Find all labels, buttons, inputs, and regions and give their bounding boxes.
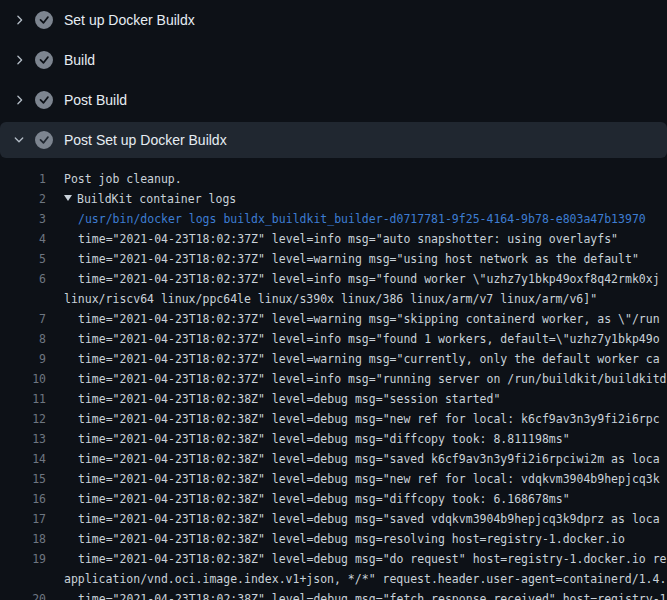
line-text: Post job cleanup. [46, 169, 182, 189]
line-text-content: time="2021-04-23T18:02:38Z" level=debug … [78, 592, 667, 600]
line-text-content: time="2021-04-23T18:02:37Z" level=info m… [78, 272, 660, 286]
line-number[interactable]: 14 [0, 449, 46, 469]
line-text: application/vnd.oci.image.index.v1+json,… [46, 569, 666, 589]
line-number[interactable]: 15 [0, 469, 46, 489]
line-number[interactable]: 12 [0, 409, 46, 429]
line-text-content: time="2021-04-23T18:02:38Z" level=debug … [78, 432, 570, 446]
line-text: time="2021-04-23T18:02:38Z" level=debug … [46, 469, 660, 489]
line-text: time="2021-04-23T18:02:38Z" level=debug … [46, 389, 500, 409]
check-circle-icon [35, 91, 53, 109]
line-number[interactable]: 8 [0, 329, 46, 349]
line-number[interactable]: 18 [0, 529, 46, 549]
actions-log-viewer: { "steps": [ { "label": "Set up Docker B… [0, 0, 667, 600]
line-text: time="2021-04-23T18:02:37Z" level=info m… [46, 229, 618, 249]
line-text-content: time="2021-04-23T18:02:37Z" level=warnin… [78, 312, 660, 326]
line-text: time="2021-04-23T18:02:38Z" level=debug … [46, 589, 667, 600]
line-text: /usr/bin/docker logs buildx_buildkit_bui… [46, 209, 646, 229]
log-line: 10 time="2021-04-23T18:02:37Z" level=inf… [0, 369, 667, 389]
line-text-content: application/vnd.oci.image.index.v1+json,… [64, 572, 666, 586]
log-area[interactable]: 1 Post job cleanup. 2 BuildKit container… [0, 169, 667, 600]
line-text-content: time="2021-04-23T18:02:37Z" level=info m… [78, 372, 667, 386]
line-number[interactable] [0, 569, 46, 589]
log-line: 9 time="2021-04-23T18:02:37Z" level=warn… [0, 349, 667, 369]
line-text-content: time="2021-04-23T18:02:38Z" level=debug … [78, 452, 660, 466]
log-line: 13 time="2021-04-23T18:02:38Z" level=deb… [0, 429, 667, 449]
log-line: 4 time="2021-04-23T18:02:37Z" level=info… [0, 229, 667, 249]
log-line: application/vnd.oci.image.index.v1+json,… [0, 569, 667, 589]
line-text-content: time="2021-04-23T18:02:38Z" level=debug … [78, 532, 625, 546]
line-number[interactable]: 11 [0, 389, 46, 409]
line-text-content: time="2021-04-23T18:02:38Z" level=debug … [78, 392, 500, 406]
line-number[interactable]: 6 [0, 269, 46, 289]
log-line: 17 time="2021-04-23T18:02:38Z" level=deb… [0, 509, 667, 529]
step-label: Set up Docker Buildx [64, 12, 195, 28]
line-text-content: time="2021-04-23T18:02:38Z" level=debug … [78, 472, 660, 486]
log-line: 16 time="2021-04-23T18:02:38Z" level=deb… [0, 489, 667, 509]
line-text-content: time="2021-04-23T18:02:38Z" level=debug … [78, 492, 570, 506]
line-text-content: time="2021-04-23T18:02:38Z" level=debug … [78, 512, 660, 526]
line-number[interactable]: 13 [0, 429, 46, 449]
step-chevron [12, 93, 26, 107]
line-text: time="2021-04-23T18:02:38Z" level=debug … [46, 529, 625, 549]
line-number[interactable]: 16 [0, 489, 46, 509]
check-circle-icon [35, 51, 53, 69]
log-line: 15 time="2021-04-23T18:02:38Z" level=deb… [0, 469, 667, 489]
line-text: time="2021-04-23T18:02:38Z" level=debug … [46, 409, 660, 429]
line-number[interactable]: 3 [0, 209, 46, 229]
line-number[interactable]: 10 [0, 369, 46, 389]
line-number[interactable]: 2 [0, 189, 46, 209]
log-line: 12 time="2021-04-23T18:02:38Z" level=deb… [0, 409, 667, 429]
line-text-content: BuildKit container logs [77, 192, 236, 206]
chevron-right-icon [12, 53, 26, 67]
line-number[interactable]: 20 [0, 589, 46, 600]
log-line: linux/riscv64 linux/ppc64le linux/s390x … [0, 289, 667, 309]
line-text-content: Post job cleanup. [64, 172, 182, 186]
check-circle-icon [35, 131, 53, 149]
line-number[interactable]: 9 [0, 349, 46, 369]
line-text: BuildKit container logs [46, 189, 236, 209]
step-header-set-up-docker-buildx[interactable]: Set up Docker Buildx [0, 0, 667, 40]
line-number[interactable]: 4 [0, 229, 46, 249]
line-text: time="2021-04-23T18:02:37Z" level=warnin… [46, 249, 639, 269]
chevron-down-icon [12, 133, 26, 147]
step-header-post-set-up-docker-buildx[interactable]: Post Set up Docker Buildx [0, 120, 667, 160]
log-line: 7 time="2021-04-23T18:02:37Z" level=warn… [0, 309, 667, 329]
step-header-build[interactable]: Build [0, 40, 667, 80]
log-line: 5 time="2021-04-23T18:02:37Z" level=warn… [0, 249, 667, 269]
step-chevron [12, 53, 26, 67]
line-text: time="2021-04-23T18:02:38Z" level=debug … [46, 509, 660, 529]
step-chevron [12, 133, 26, 147]
line-number[interactable]: 19 [0, 549, 46, 569]
line-text: time="2021-04-23T18:02:38Z" level=debug … [46, 549, 667, 569]
line-text-content: time="2021-04-23T18:02:37Z" level=info m… [78, 332, 660, 346]
line-text-content: /usr/bin/docker logs buildx_buildkit_bui… [78, 212, 646, 226]
chevron-right-icon [12, 93, 26, 107]
check-circle-icon [35, 11, 53, 29]
line-text: time="2021-04-23T18:02:37Z" level=info m… [46, 369, 667, 389]
line-number[interactable]: 7 [0, 309, 46, 329]
line-text-content: linux/riscv64 linux/ppc64le linux/s390x … [64, 292, 597, 306]
line-text-content: time="2021-04-23T18:02:38Z" level=debug … [78, 552, 667, 566]
line-text: time="2021-04-23T18:02:37Z" level=warnin… [46, 349, 660, 369]
line-text-content: time="2021-04-23T18:02:37Z" level=info m… [78, 232, 618, 246]
line-number[interactable] [0, 289, 46, 309]
line-text: linux/riscv64 linux/ppc64le linux/s390x … [46, 289, 597, 309]
line-text-content: time="2021-04-23T18:02:38Z" level=debug … [78, 412, 660, 426]
log-line: 20 time="2021-04-23T18:02:38Z" level=deb… [0, 589, 667, 600]
step-label: Post Build [64, 92, 127, 108]
line-number[interactable]: 17 [0, 509, 46, 529]
line-text: time="2021-04-23T18:02:37Z" level=info m… [46, 269, 660, 289]
line-text-content: time="2021-04-23T18:02:37Z" level=warnin… [78, 352, 660, 366]
log-line: 18 time="2021-04-23T18:02:38Z" level=deb… [0, 529, 667, 549]
line-number[interactable]: 1 [0, 169, 46, 189]
step-label: Build [64, 52, 95, 68]
log-line: 6 time="2021-04-23T18:02:37Z" level=info… [0, 269, 667, 289]
log-line: 11 time="2021-04-23T18:02:38Z" level=deb… [0, 389, 667, 409]
line-number[interactable]: 5 [0, 249, 46, 269]
line-text: time="2021-04-23T18:02:38Z" level=debug … [46, 489, 570, 509]
log-line[interactable]: 2 BuildKit container logs [0, 189, 667, 209]
step-header-post-build[interactable]: Post Build [0, 80, 667, 120]
group-toggle-triangle-icon [64, 195, 72, 201]
line-text-content: time="2021-04-23T18:02:37Z" level=warnin… [78, 252, 639, 266]
line-text: time="2021-04-23T18:02:38Z" level=debug … [46, 429, 570, 449]
